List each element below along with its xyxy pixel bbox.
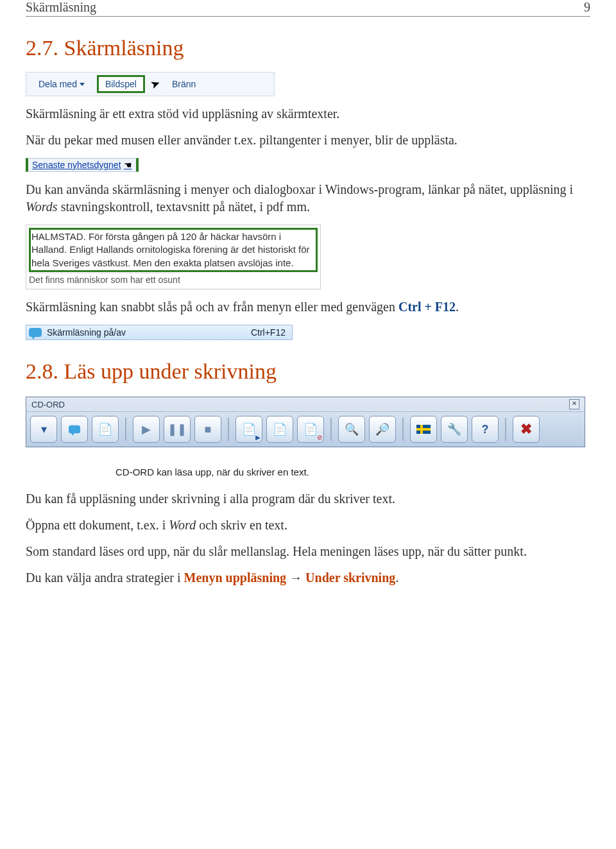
zoom-out-button[interactable]: 🔍: [338, 416, 365, 443]
separator: [228, 418, 229, 441]
page-header: Skärmläsning 9: [26, 0, 590, 17]
header-section: Skärmläsning: [26, 0, 96, 15]
hand-cursor-icon: ☚: [124, 160, 132, 170]
section-2-7-p3: Du kan använda skärmläsning i menyer och…: [26, 181, 590, 216]
stop-button[interactable]: ■: [194, 416, 221, 443]
section-2-7-p1: Skärmläsning är ett extra stöd vid upplä…: [26, 105, 590, 123]
section-2-7-p2: När du pekar med musen eller använder t.…: [26, 132, 590, 149]
header-page-number: 9: [584, 0, 590, 15]
speech-bubble-icon: [69, 425, 80, 434]
cdord-title-text: CD-ORD: [31, 400, 65, 409]
read-stop-button[interactable]: 📄⊘: [297, 416, 324, 443]
help-button[interactable]: ?: [472, 416, 499, 443]
wrench-icon: 🔧: [447, 422, 461, 436]
sweden-flag-icon: [416, 425, 431, 434]
brann-label: Bränn: [172, 79, 196, 89]
file-icon: 📄: [98, 422, 112, 436]
cdord-toolbar-body: ▾ 📄 ▶ ❚❚ ■ 📄▶ 📄 📄⊘ 🔍 🔎 🔧 ? ✖: [26, 412, 585, 447]
bildspel-button[interactable]: Bildspel: [97, 75, 145, 93]
stop-icon: ■: [205, 423, 212, 436]
close-icon: ✖: [520, 421, 532, 438]
menu-item-shortcut: Ctrl+F12: [251, 327, 286, 338]
cdord-toolbar-window: CD-ORD ✕ ▾ 📄 ▶ ❚❚ ■ 📄▶ 📄 📄⊘ 🔍 🔎 🔧 ? ✖: [26, 397, 585, 447]
bildspel-label: Bildspel: [105, 79, 137, 89]
close-button[interactable]: ✕: [569, 399, 579, 409]
senaste-nyhetsdygnet-link[interactable]: Senaste nyhetsdygnet ☚: [26, 158, 139, 172]
doc-icon: 📄: [273, 422, 287, 436]
dela-med-button[interactable]: Dela med: [31, 76, 92, 92]
minimize-button[interactable]: ▾: [30, 416, 57, 443]
doc-play-icon: 📄▶: [242, 422, 256, 436]
magnifier-minus-icon: 🔍: [345, 422, 359, 436]
cdord-titlebar: CD-ORD ✕: [26, 397, 585, 412]
separator: [402, 418, 404, 441]
help-icon: ?: [482, 423, 489, 436]
minimize-icon: ▾: [41, 422, 47, 436]
below-text: Det finns människor som har ett osunt: [29, 273, 180, 285]
language-button[interactable]: [410, 416, 437, 443]
menu-item-label: Skärmläsning på/av: [47, 327, 126, 338]
exit-button[interactable]: ✖: [513, 416, 540, 443]
separator: [125, 418, 126, 441]
selected-text: HALMSTAD. För första gången på 120 år hä…: [29, 228, 318, 272]
read-from-cursor-button[interactable]: 📄▶: [235, 416, 262, 443]
link-text: Senaste nyhetsdygnet: [32, 160, 121, 170]
skarmlasning-menu-item[interactable]: Skärmläsning på/av Ctrl+F12: [26, 325, 293, 340]
separator: [330, 418, 332, 441]
speech-button[interactable]: [61, 416, 88, 443]
play-button[interactable]: ▶: [133, 416, 160, 443]
dela-med-label: Dela med: [38, 79, 77, 89]
doc-stop-icon: 📄⊘: [304, 422, 318, 436]
cdord-description: CD-ORD kan läsa upp, när du skriver en t…: [116, 467, 590, 477]
section-2-8-p3: Som standard läses ord upp, när du slår …: [26, 543, 590, 560]
section-2-7-p4: Skärmläsning kan snabbt slås på och av f…: [26, 298, 590, 316]
section-2-7-title: 2.7. Skärmläsning: [26, 36, 590, 60]
section-2-8-p1: Du kan få uppläsning under skrivning i a…: [26, 490, 590, 508]
section-2-8-p4: Du kan välja andra strategier i Menyn up…: [26, 569, 590, 587]
cursor-icon: ➤: [148, 76, 162, 92]
file-button[interactable]: 📄: [92, 416, 119, 443]
speech-bubble-icon: [29, 328, 42, 337]
separator: [505, 418, 506, 441]
explorer-toolbar: Dela med Bildspel ➤ Bränn: [26, 72, 275, 96]
section-2-8-title: 2.8. Läs upp under skrivning: [26, 359, 590, 384]
brann-button[interactable]: Bränn: [165, 76, 203, 92]
section-2-8-p2: Öppna ett dokument, t.ex. i Word och skr…: [26, 517, 590, 534]
chevron-down-icon: [80, 83, 85, 86]
news-text-selection: HALMSTAD. För första gången på 120 år hä…: [26, 225, 321, 289]
read-page-button[interactable]: 📄: [266, 416, 293, 443]
magnifier-plus-icon: 🔎: [375, 422, 389, 436]
play-icon: ▶: [142, 422, 151, 436]
pause-button[interactable]: ❚❚: [164, 416, 191, 443]
zoom-in-button[interactable]: 🔎: [369, 416, 396, 443]
pause-icon: ❚❚: [167, 422, 187, 436]
settings-button[interactable]: 🔧: [441, 416, 468, 443]
